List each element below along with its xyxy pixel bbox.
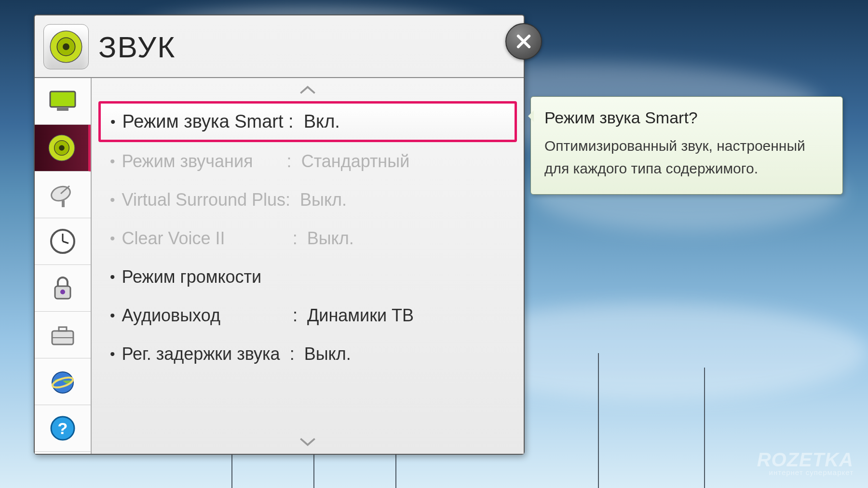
bullet-icon: •: [110, 114, 116, 130]
menu-item-value: Выкл.: [307, 228, 354, 249]
menu-item-3: •Clear Voice II : Выкл.: [98, 219, 517, 258]
chevron-up-icon: [298, 84, 317, 95]
svg-rect-4: [57, 108, 68, 111]
clock-icon: [47, 226, 78, 257]
panel-title: ЗВУК: [98, 30, 176, 64]
help-tooltip: Режим звука Smart? Оптимизированный звук…: [530, 96, 843, 195]
close-icon: [515, 33, 532, 50]
globe-icon: [47, 366, 78, 397]
menu-item-value: Динамики ТВ: [307, 305, 414, 326]
watermark-brand: ROZETKA: [757, 451, 854, 468]
lock-icon: [47, 273, 78, 303]
svg-rect-17: [59, 327, 67, 331]
panel-header: ЗВУК: [35, 15, 524, 78]
menu-item-value: Вкл.: [304, 111, 340, 132]
bullet-icon: •: [110, 346, 115, 362]
svg-point-15: [60, 290, 65, 294]
svg-rect-3: [50, 92, 75, 107]
menu-item-label: Virtual Surround Plus: [122, 190, 286, 210]
menu-item-6[interactable]: •Рег. задержки звука : Выкл.: [98, 335, 517, 373]
menu-item-separator: :: [280, 344, 304, 364]
watermark-tag: интернет супермаркет: [757, 468, 854, 476]
briefcase-icon: [47, 319, 78, 350]
tv-icon: [47, 86, 78, 117]
menu-item-value: Выкл.: [300, 190, 347, 210]
menu-item-separator: :: [285, 190, 300, 210]
bullet-icon: •: [110, 192, 115, 208]
sidebar-item-network[interactable]: [35, 358, 91, 405]
close-button[interactable]: [505, 23, 542, 60]
svg-point-2: [63, 43, 69, 50]
tooltip-title: Режим звука Smart?: [544, 108, 829, 127]
watermark: ROZETKA интернет супермаркет: [757, 451, 854, 476]
menu-item-label: Режим звучания: [122, 151, 253, 171]
sound-header-icon: [43, 24, 89, 69]
menu-item-0[interactable]: •Режим звука Smart : Вкл.: [98, 101, 517, 142]
menu-item-label: Аудиовыход: [122, 305, 220, 326]
help-icon: ?: [47, 413, 78, 444]
sidebar-item-picture[interactable]: [35, 78, 91, 125]
bullet-icon: •: [110, 307, 115, 324]
menu-item-label: Рег. задержки звука: [122, 344, 280, 364]
chevron-down-icon: [298, 437, 317, 448]
sidebar-item-sound[interactable]: [35, 125, 91, 171]
sidebar-item-channel[interactable]: [35, 171, 91, 218]
bullet-icon: •: [110, 153, 115, 170]
satellite-icon: [47, 179, 78, 210]
scroll-up-button[interactable]: [92, 78, 524, 101]
scroll-down-button[interactable]: [92, 431, 524, 454]
menu-item-label: Режим звука Smart: [122, 111, 284, 132]
bullet-icon: •: [110, 269, 115, 285]
menu-item-4[interactable]: •Режим громкости: [98, 258, 517, 296]
menu-item-label: Clear Voice II: [122, 228, 225, 249]
menu-item-1: •Режим звучания : Стандартный: [98, 142, 517, 181]
svg-rect-10: [62, 200, 65, 207]
sidebar-item-lock[interactable]: [35, 265, 91, 312]
svg-point-7: [59, 145, 65, 151]
tooltip-body: Оптимизированный звук, настроенный для к…: [544, 135, 829, 180]
category-sidebar: ?: [35, 78, 92, 454]
menu-item-separator: :: [220, 305, 307, 326]
menu-item-5[interactable]: •Аудиовыход : Динамики ТВ: [98, 296, 517, 335]
speaker-icon: [46, 132, 77, 163]
menu-item-value: Выкл.: [304, 344, 351, 364]
sidebar-item-time[interactable]: [35, 218, 91, 265]
sidebar-item-support[interactable]: ?: [35, 405, 91, 452]
menu-item-separator: :: [225, 228, 307, 249]
menu-item-separator: :: [284, 111, 304, 132]
settings-list: •Режим звука Smart : Вкл.•Режим звучания…: [92, 78, 524, 454]
menu-item-2: •Virtual Surround Plus: Выкл.: [98, 181, 517, 219]
bullet-icon: •: [110, 230, 115, 247]
sidebar-item-option[interactable]: [35, 312, 91, 358]
menu-item-separator: :: [253, 151, 301, 171]
svg-text:?: ?: [58, 419, 68, 437]
settings-panel: ЗВУК: [34, 14, 525, 455]
menu-item-label: Режим громкости: [122, 267, 262, 287]
menu-item-value: Стандартный: [301, 151, 410, 171]
